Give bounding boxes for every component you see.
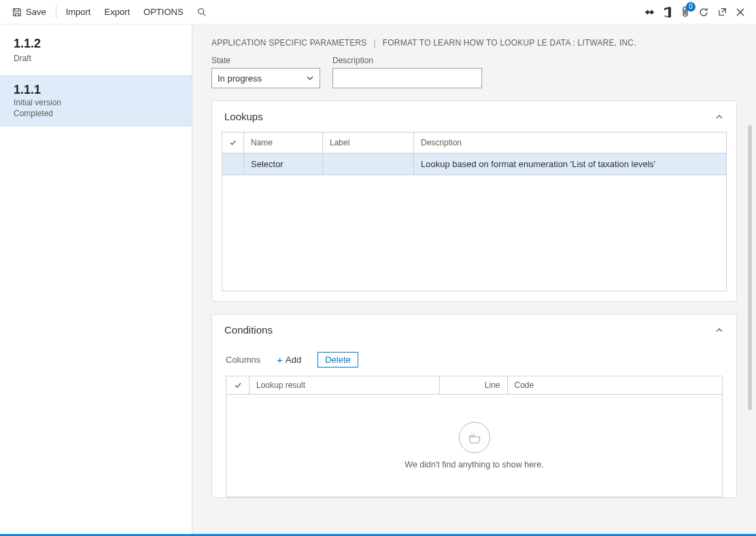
add-button[interactable]: + Add	[271, 352, 307, 368]
state-select[interactable]: In progress	[211, 68, 320, 88]
lookup-result-column-header[interactable]: Lookup result	[250, 376, 440, 394]
sidebar-item-draft[interactable]: 1.1.2 Draft	[0, 24, 192, 75]
breadcrumb-item: FORMAT TO LEARN HOW TO LOOKUP LE DATA : …	[383, 38, 636, 48]
svg-line-1	[203, 13, 205, 16]
description-label: Description	[332, 56, 482, 65]
content-area: APPLICATION SPECIFIC PARAMETERS | FORMAT…	[192, 24, 756, 536]
row-name-cell: Selector	[244, 154, 323, 175]
sidebar-subtitle: Initial version	[14, 97, 178, 108]
table-row[interactable]: Selector Lookup based on format enumerat…	[222, 154, 726, 175]
empty-folder-icon	[459, 422, 490, 453]
code-column-header[interactable]: Code	[508, 376, 722, 394]
plus-icon: +	[277, 355, 283, 365]
popout-button[interactable]	[717, 7, 727, 17]
lookups-header-row: Name Label Description	[222, 132, 726, 154]
row-label-cell	[323, 154, 414, 175]
separator	[56, 6, 56, 18]
sidebar-status-label: Draft	[0, 54, 192, 70]
scrollbar[interactable]	[748, 125, 752, 410]
delete-button[interactable]: Delete	[317, 352, 358, 368]
conditions-table: Lookup result Line Code We di	[226, 376, 723, 497]
svg-point-3	[474, 431, 475, 432]
office-icon[interactable]	[663, 7, 672, 18]
svg-point-2	[471, 432, 472, 433]
sidebar-version-label: 1.1.1	[14, 83, 178, 97]
breadcrumb-divider: |	[373, 38, 375, 48]
chevron-down-icon	[306, 74, 314, 82]
row-check-cell[interactable]	[222, 154, 244, 175]
sidebar-item-selected[interactable]: 1.1.1 Initial version Completed	[0, 75, 192, 126]
empty-state-text: We didn't find anything to show here.	[405, 460, 543, 469]
conditions-header[interactable]: Conditions	[212, 315, 736, 345]
description-field: Description	[332, 56, 482, 88]
save-label: Save	[26, 7, 46, 17]
options-label: OPTIONS	[143, 7, 184, 17]
delete-label: Delete	[325, 355, 351, 365]
name-column-header[interactable]: Name	[244, 132, 323, 153]
lookups-panel: Lookups Name Label Description	[211, 101, 737, 302]
close-button[interactable]	[736, 7, 745, 17]
conditions-header-row: Lookup result Line Code	[226, 376, 722, 395]
label-column-header[interactable]: Label	[323, 132, 414, 153]
conditions-title: Conditions	[224, 324, 273, 336]
description-input[interactable]	[332, 68, 482, 88]
sidebar-subtitle: Completed	[14, 108, 178, 119]
conditions-toolbar: Columns + Add Delete	[212, 345, 736, 376]
attachments-button[interactable]: 0	[681, 6, 690, 18]
check-column-header[interactable]	[226, 376, 250, 394]
check-column-header[interactable]	[222, 132, 244, 153]
row-description-cell: Lookup based on format enumeration 'List…	[414, 154, 726, 175]
lookups-table: Name Label Description Selector Lookup b…	[222, 132, 727, 175]
export-button[interactable]: Export	[97, 0, 137, 24]
svg-point-0	[198, 8, 203, 14]
sidebar-version-label: 1.1.2	[0, 30, 192, 54]
save-button[interactable]: Save	[5, 0, 53, 24]
chevron-up-icon	[715, 325, 724, 335]
svg-point-5	[472, 433, 473, 434]
search-button[interactable]	[190, 0, 213, 24]
search-icon	[197, 7, 207, 17]
version-sidebar: 1.1.2 Draft 1.1.1 Initial version Comple…	[0, 24, 192, 536]
lookups-header[interactable]: Lookups	[212, 101, 736, 132]
add-label: Add	[286, 355, 301, 365]
feedback-icon[interactable]	[644, 7, 655, 17]
state-value: In progress	[218, 73, 262, 84]
import-button[interactable]: Import	[59, 0, 98, 24]
svg-point-6	[475, 433, 476, 434]
command-bar: Save Import Export OPTIONS 0	[0, 0, 756, 24]
breadcrumb-item: APPLICATION SPECIFIC PARAMETERS	[211, 38, 366, 48]
save-icon	[12, 7, 22, 17]
line-column-header[interactable]: Line	[440, 376, 508, 394]
lookups-title: Lookups	[224, 111, 263, 122]
description-column-header[interactable]: Description	[414, 132, 726, 153]
export-label: Export	[104, 7, 130, 17]
state-label: State	[211, 56, 320, 65]
conditions-panel: Conditions Columns + Add Delete	[211, 314, 737, 498]
columns-button[interactable]: Columns	[226, 355, 260, 365]
refresh-button[interactable]	[698, 7, 709, 18]
attachments-badge: 0	[686, 2, 695, 12]
lookups-empty-area	[222, 175, 726, 291]
import-label: Import	[66, 7, 91, 17]
conditions-empty-state: We didn't find anything to show here.	[226, 395, 722, 497]
state-field: State In progress	[211, 56, 320, 88]
svg-point-4	[477, 432, 477, 433]
options-button[interactable]: OPTIONS	[137, 0, 190, 24]
breadcrumb: APPLICATION SPECIFIC PARAMETERS | FORMAT…	[211, 38, 737, 48]
chevron-up-icon	[715, 112, 724, 122]
